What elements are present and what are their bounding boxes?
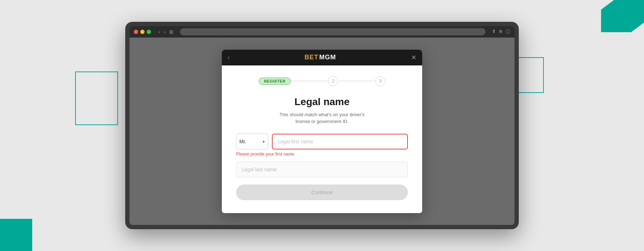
modal-close-button[interactable]: ✕ bbox=[411, 54, 416, 61]
title-select-wrapper: Mr. Mrs. Ms. Dr. ▼ bbox=[236, 134, 268, 149]
laptop-top-bar: ‹ › ⊞ ⬆ ⊕ ⓘ bbox=[130, 26, 514, 38]
new-tab-icon[interactable]: ⊕ bbox=[499, 29, 503, 35]
laptop-body: ‹ › ⊞ ⬆ ⊕ ⓘ ‹ BET MGM bbox=[125, 22, 519, 229]
modal-body: REGISTER 2 3 Legal name This should matc… bbox=[222, 65, 422, 213]
step-3-circle: 3 bbox=[375, 76, 385, 86]
logo-mgm: MGM bbox=[319, 54, 336, 61]
laptop-wrapper: ‹ › ⊞ ⬆ ⊕ ⓘ ‹ BET MGM bbox=[118, 15, 526, 236]
registration-modal: ‹ BET MGM ✕ REGISTER 2 bbox=[222, 50, 422, 213]
address-bar[interactable] bbox=[180, 28, 486, 35]
first-name-error: Please provide your first name bbox=[236, 152, 408, 157]
modal-header: ‹ BET MGM ✕ bbox=[222, 50, 422, 65]
back-nav-button[interactable]: ‹ bbox=[157, 29, 161, 35]
screen-content: ‹ BET MGM ✕ REGISTER 2 bbox=[130, 38, 514, 225]
share-icon[interactable]: ⬆ bbox=[492, 29, 496, 35]
first-name-wrapper bbox=[272, 134, 408, 149]
form-title: Legal name bbox=[236, 96, 408, 108]
step-2-circle: 2 bbox=[328, 76, 338, 86]
sidebar-toggle: ⊞ bbox=[169, 29, 174, 35]
modal-back-button[interactable]: ‹ bbox=[228, 54, 229, 61]
step-1-register: REGISTER bbox=[259, 78, 291, 85]
progress-steps: REGISTER 2 3 bbox=[236, 76, 408, 86]
name-row: Mr. Mrs. Ms. Dr. ▼ bbox=[236, 134, 408, 149]
bg-decoration-3 bbox=[0, 219, 32, 251]
toolbar-icons: ⬆ ⊕ ⓘ bbox=[492, 29, 510, 35]
traffic-light-yellow[interactable] bbox=[140, 30, 145, 34]
info-icon[interactable]: ⓘ bbox=[506, 29, 510, 35]
last-name-input[interactable] bbox=[236, 162, 408, 177]
step-line-1 bbox=[292, 81, 327, 82]
bg-outline-1 bbox=[75, 72, 118, 125]
form-subtitle: This should match what's on your driver'… bbox=[236, 111, 408, 125]
traffic-light-green[interactable] bbox=[147, 30, 151, 34]
logo-bet: BET bbox=[304, 54, 318, 61]
title-select[interactable]: Mr. Mrs. Ms. Dr. bbox=[236, 134, 268, 149]
traffic-light-red[interactable] bbox=[134, 30, 138, 34]
first-name-input[interactable] bbox=[272, 134, 408, 149]
bg-decoration-1 bbox=[601, 0, 644, 32]
nav-controls: ‹ › ⊞ bbox=[157, 29, 174, 35]
continue-button[interactable]: Continue bbox=[236, 184, 408, 200]
step-line-2 bbox=[339, 81, 375, 82]
modal-logo: BET MGM bbox=[304, 54, 336, 61]
forward-nav-button[interactable]: › bbox=[163, 29, 167, 35]
